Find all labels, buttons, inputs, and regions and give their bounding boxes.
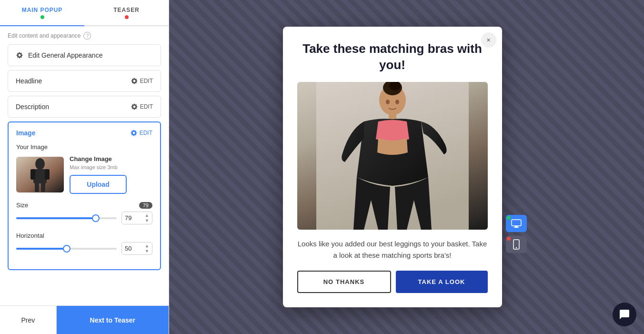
desktop-dot <box>507 216 511 220</box>
gear-icon-description <box>131 103 138 111</box>
svg-rect-3 <box>30 169 35 180</box>
chat-button[interactable] <box>613 303 636 326</box>
image-thumbnail <box>16 157 64 192</box>
size-slider-track <box>16 217 117 219</box>
right-sidebar <box>502 81 531 253</box>
horizontal-stepper[interactable]: ▲ ▼ <box>143 243 151 254</box>
image-title: Image <box>16 129 35 137</box>
svg-rect-6 <box>41 182 45 192</box>
size-stepper[interactable]: ▲ ▼ <box>143 212 151 224</box>
left-panel: MAIN POPUP TEASER Edit content and appea… <box>0 0 169 334</box>
svg-rect-14 <box>512 220 521 226</box>
chat-icon <box>619 309 630 320</box>
svg-point-1 <box>35 158 45 170</box>
mobile-icon <box>513 239 520 250</box>
size-header: Size 79 <box>16 202 152 209</box>
svg-point-12 <box>386 100 390 104</box>
svg-point-13 <box>395 100 399 104</box>
image-edit-btn[interactable]: EDIT <box>130 129 152 137</box>
modal-buttons: NO THANKS TAKE A LOOK <box>297 271 488 293</box>
help-icon[interactable]: ? <box>83 32 91 40</box>
panel-content: Edit content and appearance ? Edit Gener… <box>0 26 169 305</box>
gear-icon-general <box>16 51 23 59</box>
horizontal-header: Horizontal <box>16 232 152 239</box>
change-image-title: Change Image <box>70 155 127 162</box>
mobile-view-button[interactable] <box>506 236 527 253</box>
modal-take-a-look-button[interactable]: TAKE A LOOK <box>396 271 488 293</box>
next-to-teaser-button[interactable]: Next to Teaser <box>57 306 169 334</box>
tab-main-popup[interactable]: MAIN POPUP <box>0 0 84 26</box>
edit-label-row: Edit content and appearance ? <box>8 32 161 40</box>
horizontal-slider-row: ▲ ▼ <box>16 242 152 255</box>
horizontal-slider-fill <box>16 248 67 250</box>
size-control: Size 79 ▲ ▼ <box>16 202 152 224</box>
description-edit-btn[interactable]: EDIT <box>131 103 153 111</box>
section-image: Image EDIT Your Image <box>8 121 161 270</box>
modal-no-thanks-button[interactable]: NO THANKS <box>297 271 391 293</box>
horizontal-slider-thumb[interactable] <box>63 245 70 253</box>
size-input[interactable] <box>122 213 143 223</box>
horizontal-input-wrap: ▲ ▼ <box>121 242 152 255</box>
prev-button[interactable]: Prev <box>0 306 57 334</box>
svg-rect-4 <box>45 169 50 180</box>
headline-title: Headline <box>16 77 42 85</box>
edit-content-label: Edit content and appearance <box>8 32 80 39</box>
description-edit-label: EDIT <box>140 103 153 110</box>
change-image-sub: Max image size 3mb <box>70 164 127 170</box>
upload-button[interactable]: Upload <box>70 175 127 194</box>
tab-main-popup-dot <box>40 15 44 19</box>
tab-teaser-label: TEASER <box>113 7 139 13</box>
size-slider-thumb[interactable] <box>92 214 100 222</box>
horizontal-slider-track <box>16 248 117 250</box>
tabs-container: MAIN POPUP TEASER <box>0 0 169 26</box>
image-edit-label: EDIT <box>140 130 152 136</box>
desktop-icon <box>511 219 522 228</box>
svg-rect-2 <box>33 169 47 183</box>
description-title: Description <box>16 103 49 111</box>
size-label: Size <box>16 202 28 209</box>
headline-edit-btn[interactable]: EDIT <box>131 77 153 85</box>
horizontal-label: Horizontal <box>16 232 44 239</box>
image-section-header: Image EDIT <box>16 129 152 137</box>
size-slider-fill <box>16 217 96 219</box>
tab-teaser-dot <box>125 15 129 19</box>
section-description[interactable]: Description EDIT <box>8 96 161 118</box>
desktop-view-button[interactable] <box>506 215 527 232</box>
section-headline[interactable]: Headline EDIT <box>8 70 161 92</box>
horizontal-control: Horizontal ▲ ▼ <box>16 232 152 255</box>
svg-rect-5 <box>35 182 39 192</box>
headline-edit-label: EDIT <box>140 78 153 84</box>
modal-image-svg <box>316 82 469 230</box>
gear-icon-image <box>130 129 138 137</box>
size-slider-wrapper <box>16 217 117 219</box>
horizontal-slider-wrapper <box>16 248 117 250</box>
size-badge: 79 <box>139 202 152 209</box>
modal-description: Looks like you added our best leggings t… <box>297 238 488 261</box>
bottom-buttons: Prev Next to Teaser <box>0 305 169 334</box>
size-slider-row: ▲ ▼ <box>16 212 152 224</box>
tab-teaser[interactable]: TEASER <box>84 0 169 25</box>
svg-rect-16 <box>514 227 519 228</box>
section-general-appearance[interactable]: Edit General Appearance <box>8 44 161 66</box>
tab-main-popup-label: MAIN POPUP <box>22 7 63 13</box>
thumbnail-svg <box>16 157 64 192</box>
main-area: × Take these matching bras with you! <box>169 0 644 334</box>
general-appearance-title: Edit General Appearance <box>28 51 102 59</box>
image-upload-row: Change Image Max image size 3mb Upload <box>16 155 152 194</box>
svg-point-18 <box>515 247 516 248</box>
modal-image <box>297 82 488 230</box>
modal-close-button[interactable]: × <box>481 32 496 48</box>
modal-title: Take these matching bras with you! <box>297 41 488 73</box>
modal: × Take these matching bras with you! <box>283 27 502 307</box>
your-image-label: Your Image <box>16 143 152 151</box>
horizontal-input[interactable] <box>122 243 143 254</box>
gear-icon-headline <box>131 77 138 85</box>
close-icon: × <box>486 36 490 44</box>
size-input-wrap: ▲ ▼ <box>121 212 152 224</box>
mobile-dot <box>507 237 511 241</box>
change-image-info: Change Image Max image size 3mb Upload <box>70 155 127 194</box>
